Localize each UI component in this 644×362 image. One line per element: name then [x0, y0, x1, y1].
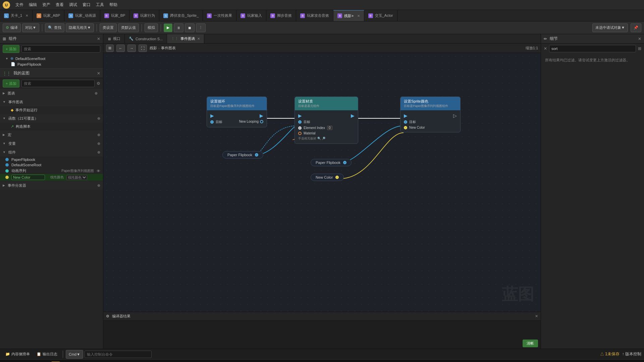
var-dot-default-scene [5, 163, 9, 167]
float-paper-flipbook-2[interactable]: Paper Flipbook [311, 159, 352, 166]
canvas-home-button[interactable]: ⊞ [106, 45, 114, 52]
tab-gongji[interactable]: B 玩家攻击音效 [296, 10, 333, 21]
tab-guanka[interactable]: L 关卡_1 ✕ [0, 10, 33, 21]
section-graphs-add[interactable]: ⊕ [92, 89, 100, 98]
view-tab-close-event[interactable]: ✕ [197, 37, 200, 41]
var-default-scene[interactable]: DefaultSceneRoot [0, 162, 103, 168]
tab-yicixiao[interactable]: B 一次性效果 [203, 10, 236, 21]
section-functions-add[interactable]: ⊕ [97, 116, 100, 121]
menu-view[interactable]: 查看 [56, 2, 64, 8]
compiler-panel-close[interactable]: ✕ [535, 314, 538, 318]
blueprint-panel-header: ⋮⋮ 我的蓝图 ✕ [0, 69, 103, 78]
class-defaults-button[interactable]: 类默认值 [118, 23, 139, 32]
simulate-button[interactable]: 模拟 [145, 23, 158, 32]
section-event-dispatchers[interactable]: ▶ 事件分发器 ⊕ [0, 181, 103, 190]
tab-bp[interactable]: B 玩家_BP [100, 10, 130, 21]
class-settings-button[interactable]: 类设置 [100, 23, 117, 32]
tab-jiaohu[interactable]: B 交互_Actor [364, 10, 397, 21]
content-browser-button[interactable]: 📁 内容侧滑单 [3, 350, 33, 359]
node-set-loop[interactable]: 设置循环 目标是Paper图像序列列视图组件 ▶ 目标 [207, 97, 267, 127]
element-index-value[interactable]: 0 [327, 126, 332, 130]
component-add-button[interactable]: + 添加 [3, 45, 19, 53]
blueprint-search-input[interactable] [21, 80, 95, 87]
stop-button[interactable]: ⏹ [185, 23, 195, 32]
var-paper-flipbook[interactable]: PaperFlipbook [0, 157, 103, 162]
compile-button[interactable]: ⚙ 编译 [3, 23, 21, 32]
tab-sprite[interactable]: S 蹲伏攻击_Sprite_ [159, 10, 203, 21]
cmd-input[interactable] [85, 351, 152, 358]
more-button[interactable]: ⋮ [196, 23, 206, 32]
tab-xingwei[interactable]: B 玩家行为 [129, 10, 159, 21]
diff-button[interactable]: 对比▼ [22, 23, 39, 32]
view-tab-viewport[interactable]: 🖥 视口 [103, 34, 125, 43]
tab-shuru[interactable]: B 玩家输入 [236, 10, 266, 21]
var-new-color[interactable]: 线性颜色 线性颜色 [0, 174, 103, 181]
cmd-dropdown[interactable]: Cmd▼ [66, 350, 83, 359]
var-dot-paper-flipbook [5, 158, 9, 161]
blueprint-panel-title: 我的蓝图 [13, 70, 30, 76]
tab-close-canying[interactable]: ✕ [357, 14, 360, 18]
section-components[interactable]: ▼ 组件 ⊕ [0, 148, 103, 157]
canvas-fit-button[interactable]: ⛶ [139, 45, 147, 52]
var-type-dropdown[interactable]: 线性颜色 [66, 175, 87, 180]
canvas-back-button[interactable]: ← [116, 45, 125, 52]
details-search-input[interactable] [549, 45, 636, 52]
section-components-add[interactable]: ⊕ [97, 150, 100, 155]
menu-help[interactable]: 帮助 [109, 2, 117, 8]
construct-script-item[interactable]: ↗ 构造脚本 [5, 123, 103, 130]
blueprint-add-button[interactable]: + 添加 [3, 79, 19, 87]
section-variables[interactable]: ▼ 变量 ⊕ [0, 139, 103, 148]
float-paper-flipbook-1[interactable]: Paper Flipbook [222, 151, 263, 159]
menu-debug[interactable]: 调试 [69, 2, 77, 8]
menu-tools[interactable]: 工具 [96, 2, 104, 8]
tab-abp[interactable]: A 玩家_ABP [33, 10, 64, 21]
section-graphs[interactable]: ▶ 图表 ⊕ [0, 89, 103, 98]
section-dispatchers-add[interactable]: ⊕ [97, 183, 100, 188]
canvas-forward-button[interactable]: → [127, 45, 136, 52]
play-button[interactable]: ▶ [164, 23, 172, 32]
chevron-down-icon-3: ▼ [3, 117, 6, 120]
compile-results-button[interactable]: 清帐 [523, 340, 538, 347]
component-panel-close[interactable]: ✕ [97, 37, 100, 41]
output-log-button[interactable]: 📋 输出日志 [34, 350, 60, 359]
section-functions[interactable]: ▼ 函数（21可覆盖） ⊕ [0, 114, 103, 123]
menu-window[interactable]: 窗口 [83, 2, 91, 8]
pause-button[interactable]: ⏸ [174, 23, 183, 32]
menu-asset[interactable]: 资产 [42, 2, 50, 8]
view-tab-construction[interactable]: 🔧 Construction S... [125, 34, 167, 43]
tab-buozhang[interactable]: B 脚步音效 [266, 10, 296, 21]
section-macros-add[interactable]: ⊕ [97, 133, 100, 137]
details-grid-icon[interactable]: ⊞ [638, 46, 641, 51]
tab-close-guanka[interactable]: ✕ [25, 14, 28, 17]
pin-button[interactable]: 📌 [631, 23, 641, 32]
view-tab-event-graph[interactable]: ⋮⋮ 事件图表 ✕ [167, 34, 204, 43]
section-variables-add[interactable]: ⊕ [97, 141, 100, 146]
tab-donghua[interactable]: A 玩家_动画源 [64, 10, 100, 21]
blueprint-panel-close[interactable]: ✕ [97, 71, 100, 76]
var-eye-icon[interactable]: 👁 [97, 169, 100, 173]
hide-related-button[interactable]: 隐藏无相关▼ [66, 23, 94, 32]
component-search-input[interactable] [21, 45, 100, 53]
menu-file[interactable]: 文件 [15, 2, 23, 8]
mat-target-dot [298, 120, 302, 124]
blueprint-canvas[interactable]: 设置循环 目标是Paper图像序列列视图组件 ▶ 目标 [103, 53, 541, 312]
float-new-color-label: New Color [316, 175, 333, 179]
details-panel-close[interactable]: ✕ [638, 37, 641, 41]
object-selector[interactable]: 未选中请试对象▼ [592, 23, 628, 32]
var-animation-seq[interactable]: 动画序列 Paper图像序列视图图 👁 [0, 168, 103, 174]
search-button[interactable]: 🔍 查找 [45, 23, 64, 32]
bp-settings-icon[interactable]: ⚙ [97, 81, 100, 86]
node-set-material[interactable]: 设置材质 目标是基元组件 ▶ 目标 [294, 97, 358, 144]
chevron-down-icon-5: ▼ [3, 150, 6, 154]
var-input-new-color[interactable] [11, 175, 45, 180]
section-event-graph[interactable]: ▼ 事件图表 [0, 98, 103, 106]
tab-canying[interactable]: B 残影+ ✕ [333, 10, 364, 21]
tree-item-default-scene[interactable]: ▼ ⊕ DefaultSceneRoot [0, 56, 103, 61]
breadcrumb-root: 残影 [150, 46, 157, 51]
float-new-color[interactable]: New Color [311, 174, 344, 181]
section-macros[interactable]: ▶ 宏 ⊕ [0, 130, 103, 139]
node-set-sprite-color[interactable]: 设置Sprite颜色 目标是Paper图像序列列视图组件 ▶ 目标 [400, 97, 461, 132]
tree-item-paper-flipbook[interactable]: 📄 PaperFlipbook [0, 61, 103, 67]
event-start-item[interactable]: ◆ 事件开始运行 [5, 107, 103, 113]
menu-edit[interactable]: 编辑 [29, 2, 37, 8]
